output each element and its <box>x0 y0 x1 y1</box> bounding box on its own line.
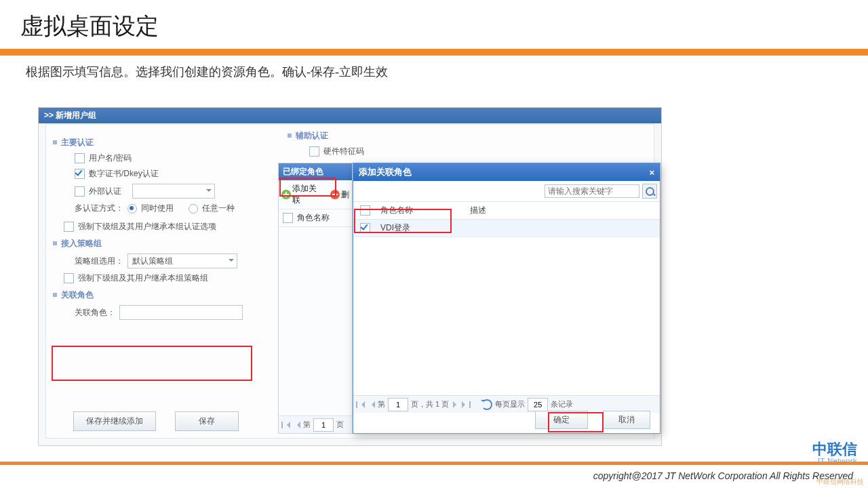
slide-title: 虚拟桌面设定 <box>0 0 868 49</box>
label-policy: 策略组选用： <box>75 256 123 267</box>
label-multiauth: 多认证方式： <box>75 203 123 214</box>
search-input[interactable] <box>545 184 639 198</box>
col-desc: 描述 <box>466 202 660 219</box>
minus-icon <box>330 190 340 199</box>
search-icon <box>646 187 654 196</box>
checkbox-row1[interactable] <box>360 223 370 233</box>
row1-desc <box>466 220 660 237</box>
label-inherit-auth: 强制下级组及其用户继承本组认证选项 <box>78 221 216 232</box>
footer-bar <box>0 462 868 465</box>
add-link-button[interactable]: 添加关联 <box>292 183 324 206</box>
select-policy-value: 默认策略组 <box>128 254 173 268</box>
instructions: 根据图示填写信息。选择我们创建的资源角色。确认-保存-立即生效 <box>0 64 868 87</box>
pager-last-icon[interactable] <box>462 401 471 409</box>
breadcrumb: >> 新增用户组 <box>39 108 661 123</box>
pager-label-a: 第 <box>378 399 385 409</box>
pager-suffix: 页 <box>336 420 344 430</box>
cancel-button[interactable]: 取消 <box>603 411 650 429</box>
perpage-b: 条记录 <box>551 399 573 409</box>
select-policy[interactable]: 默认策略组 <box>127 253 237 268</box>
label-userpass: 用户名/密码 <box>89 152 132 164</box>
label-external: 外部认证 <box>89 186 121 197</box>
copyright: copyright@2017 JT NetWork Corporation Al… <box>593 470 853 481</box>
col-role-name: 角色名称 <box>297 212 330 224</box>
row1-name: VDI登录 <box>376 220 466 237</box>
col-name: 角色名称 <box>376 202 466 219</box>
label-cert: 数字证书/Dkey认证 <box>89 168 159 180</box>
pager-first-icon[interactable] <box>356 401 364 409</box>
checkbox-all-dialog[interactable] <box>360 205 370 216</box>
pager-prev-icon[interactable] <box>367 401 375 409</box>
label-hw: 硬件特征码 <box>323 146 364 157</box>
pager-prev-icon[interactable] <box>292 421 300 429</box>
watermark: 中联信网络科技 <box>816 477 864 487</box>
delete-link-button[interactable]: 删 <box>341 189 349 201</box>
checkbox-external[interactable] <box>75 186 85 197</box>
checkbox-userpass[interactable] <box>75 153 85 163</box>
bound-roles-title: 已绑定角色 <box>279 163 352 180</box>
dialog-table-head: 角色名称 描述 <box>353 202 660 220</box>
save-button[interactable]: 保存 <box>175 411 239 431</box>
pager-first-icon[interactable] <box>281 421 290 429</box>
dialog-page-input[interactable] <box>388 398 408 411</box>
checkbox-inherit-policy[interactable] <box>64 273 74 283</box>
pager-label-b: 页，共 1 页 <box>411 399 449 409</box>
search-button[interactable] <box>642 184 657 199</box>
checkbox-cert[interactable] <box>75 169 85 179</box>
dialog-title: 添加关联角色 <box>359 166 412 178</box>
bound-pager: 第 页 <box>279 415 352 433</box>
group-aux-auth: 辅助认证 <box>288 130 364 142</box>
label-role: 关联角色： <box>75 307 115 319</box>
label-any: 任意一种 <box>202 203 235 214</box>
perpage-input[interactable] <box>528 398 548 411</box>
pager-page-input[interactable] <box>313 418 334 432</box>
close-icon[interactable]: × <box>649 167 654 178</box>
checkbox-all-bound[interactable] <box>283 213 293 223</box>
pager-label: 第 <box>303 420 311 430</box>
bound-roles-panel: 已绑定角色 添加关联 删 角色名称 第 页 <box>278 163 353 434</box>
radio-any[interactable] <box>189 204 198 214</box>
divider-bar <box>0 49 868 56</box>
checkbox-inherit-auth[interactable] <box>64 222 74 232</box>
perpage-a: 每页显示 <box>495 399 525 409</box>
plus-icon <box>281 190 291 199</box>
select-external[interactable] <box>132 184 215 199</box>
checkbox-hw[interactable] <box>309 146 319 157</box>
input-role[interactable] <box>119 305 243 320</box>
label-both: 同时使用 <box>141 203 174 214</box>
refresh-icon[interactable] <box>481 399 492 410</box>
add-role-dialog: 添加关联角色 × 角色名称 描述 VDI登录 第 页，共 1 页 <box>353 163 660 434</box>
label-inherit-policy: 强制下级组及其用户继承本组策略组 <box>78 272 208 284</box>
pager-next-icon[interactable] <box>452 401 460 409</box>
ok-button[interactable]: 确定 <box>535 411 588 429</box>
table-row[interactable]: VDI登录 <box>353 220 660 237</box>
save-continue-button[interactable]: 保存并继续添加 <box>73 411 156 431</box>
radio-both[interactable] <box>127 204 137 214</box>
